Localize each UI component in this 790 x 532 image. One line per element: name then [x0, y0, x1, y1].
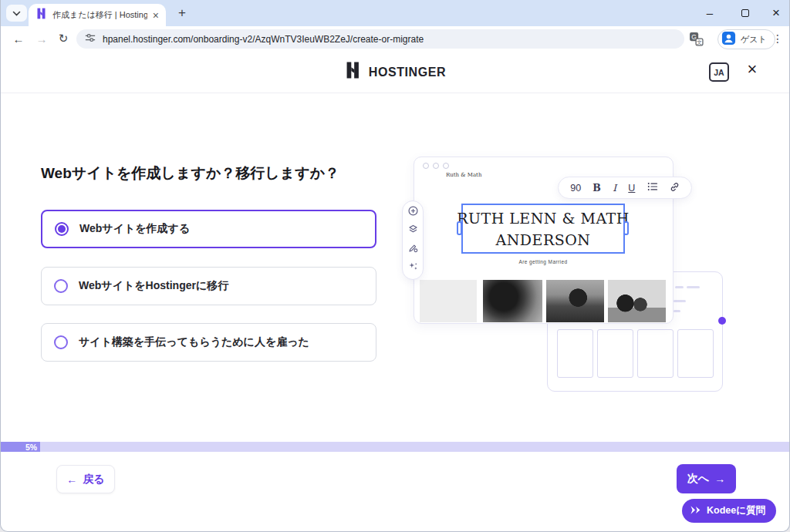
tab-search-button[interactable] — [6, 5, 27, 22]
chevron-down-icon — [12, 6, 21, 20]
wireframe-box — [677, 329, 714, 378]
site-header: HOSTINGER JA × — [1, 51, 789, 93]
mock-subheadline: Are getting Married — [461, 259, 625, 264]
address-bar[interactable]: hpanel.hostinger.com/onboarding-v2/AzqWn… — [76, 29, 684, 49]
maximize-button[interactable] — [731, 1, 760, 25]
skeleton-line — [675, 286, 684, 288]
underline-icon: U — [628, 183, 635, 194]
window-dot — [443, 163, 449, 169]
onboarding-close-button[interactable]: × — [743, 59, 761, 79]
italic-icon: I — [613, 182, 616, 194]
tab-bar: 作成または移行 | Hostinger × + – × — [1, 0, 789, 26]
progress-label: 5% — [25, 443, 37, 452]
wireframe-box — [637, 329, 674, 378]
new-tab-button[interactable]: + — [174, 5, 191, 22]
arrow-left-icon: ← — [66, 473, 77, 486]
pen-tool-icon — [407, 242, 419, 257]
translate-icon[interactable]: G 文 — [689, 32, 704, 46]
option-create-website[interactable]: Webサイトを作成する — [41, 210, 376, 248]
url-text: hpanel.hostinger.com/onboarding-v2/AzqWn… — [103, 34, 424, 45]
option-label: Webサイトを作成する — [79, 222, 190, 236]
arrow-right-icon: → — [714, 473, 725, 485]
page-title: Webサイトを作成しますか？移行しますか？ — [41, 163, 339, 184]
skeleton-line — [674, 300, 686, 302]
browser-tab[interactable]: 作成または移行 | Hostinger × — [29, 4, 166, 26]
list-icon — [647, 181, 658, 195]
mock-photo — [608, 280, 666, 322]
hostinger-logomark-icon — [344, 62, 362, 82]
option-hired-someone[interactable]: サイト構築を手伝ってもらうために人を雇った — [41, 323, 376, 362]
progress-bar: 5% — [1, 442, 789, 452]
add-element-icon — [407, 205, 419, 220]
option-label: サイト構築を手伝ってもらうために人を雇った — [79, 335, 309, 349]
hostinger-favicon-icon — [35, 8, 47, 22]
minimize-button[interactable]: – — [695, 1, 724, 25]
brand-text: HOSTINGER — [369, 65, 447, 79]
mock-site-name: Ruth & Math — [446, 172, 481, 178]
builder-side-toolbar — [402, 200, 424, 280]
radio-icon[interactable] — [55, 222, 69, 236]
ai-sparkles-icon — [407, 261, 419, 275]
kodee-chat-button[interactable]: Kodeeに質問 — [682, 499, 776, 523]
forward-nav-button[interactable]: → — [32, 29, 52, 49]
layers-icon — [407, 224, 419, 238]
wireframe-box — [597, 329, 633, 378]
mock-headline-line1: RUTH LENN & MATH — [457, 207, 630, 229]
mock-photo — [483, 280, 542, 322]
profile-label: ゲスト — [741, 34, 767, 45]
window-close-button[interactable]: × — [761, 1, 790, 25]
kodee-button-label: Kodeeに質問 — [707, 504, 765, 517]
site-settings-icon — [85, 32, 96, 46]
font-size-value: 90 — [570, 183, 581, 194]
profile-button[interactable]: ゲスト — [717, 29, 775, 49]
link-icon — [670, 181, 680, 195]
radio-icon[interactable] — [54, 335, 68, 349]
cursor-dot — [718, 317, 726, 325]
mock-headline-line2: ANDERSON — [496, 229, 591, 251]
skeleton-line — [687, 286, 700, 288]
wireframe-box — [557, 329, 593, 378]
hostinger-logo: HOSTINGER — [344, 62, 447, 82]
selection-handle-right — [623, 221, 629, 235]
back-button[interactable]: ← 戻る — [56, 465, 115, 493]
back-nav-button[interactable]: ← — [8, 29, 29, 49]
bold-icon: B — [592, 182, 601, 194]
window-dot — [423, 163, 429, 169]
skeleton-line — [674, 310, 680, 312]
svg-text:文: 文 — [697, 39, 702, 45]
language-button[interactable]: JA — [709, 62, 729, 82]
builder-format-toolbar: 90 B I U — [558, 177, 692, 199]
next-button[interactable]: 次へ → — [677, 464, 736, 493]
mock-photo — [420, 280, 477, 322]
selection-handle-left — [457, 221, 462, 235]
selected-text-block: RUTH LENN & MATH ANDERSON — [461, 204, 625, 254]
kodee-icon — [690, 504, 701, 518]
progress-fill: 5% — [1, 442, 40, 452]
mock-photo — [546, 280, 604, 322]
option-migrate-website[interactable]: WebサイトをHostingerに移行 — [41, 267, 376, 305]
guest-avatar-icon — [721, 31, 736, 49]
next-button-label: 次へ — [687, 472, 709, 486]
back-button-label: 戻る — [83, 473, 104, 487]
reload-button[interactable]: ↻ — [53, 29, 73, 49]
browser-menu-button[interactable]: ⋮ — [770, 30, 785, 47]
browser-window: 作成または移行 | Hostinger × + – × ← → ↻ hpanel… — [0, 0, 790, 532]
window-dot — [433, 163, 439, 169]
radio-icon[interactable] — [54, 279, 68, 293]
tab-close-icon[interactable]: × — [153, 10, 159, 21]
minimize-icon: – — [707, 6, 713, 19]
option-label: WebサイトをHostingerに移行 — [79, 279, 228, 293]
maximize-icon — [741, 9, 749, 17]
close-icon: × — [772, 5, 780, 21]
tab-title: 作成または移行 | Hostinger — [52, 9, 147, 21]
